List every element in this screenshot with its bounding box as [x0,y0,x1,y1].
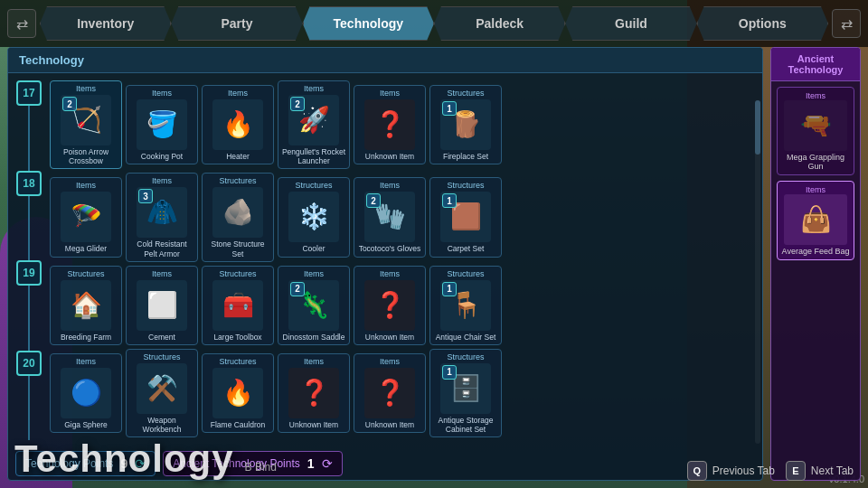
item-name: Stone Structure Set [205,239,270,258]
item-type-label: Structures [447,269,484,278]
level-line-18-19 [28,196,30,261]
tech-item-cooler[interactable]: Structures ❄️ Cooler [278,177,350,257]
item-image: 1 🪵 [440,99,491,150]
item-icon: 🔥 [222,380,254,406]
tech-item-flame-cauldron[interactable]: Structures 🔥 Flame Cauldron [202,353,274,433]
ancient-item-average-feed-bag[interactable]: Items 👜 Average Feed Bag [777,181,854,260]
tech-item-unknown-20b[interactable]: Items ❓ Unknown Item [354,353,426,433]
item-name: Tocotoco's Gloves [359,244,421,253]
item-image: 1 🟫 [440,192,491,242]
tech-points-box: Technology Points 9 ⟳ [15,451,156,476]
tech-item-dinosstom-saddle[interactable]: Items 2 🦎 Dinosstom Saddle [278,266,350,345]
tech-item-cold-armor[interactable]: Items 3 🧥 Cold Resistant Pelt Armor [126,173,198,261]
item-type-label: Structures [447,352,484,361]
tech-item-giga-sphere[interactable]: Items 🔵 Giga Sphere [50,353,122,433]
item-type-label: Items [76,357,96,366]
tech-item-heater[interactable]: Items 🔥 Heater [202,85,274,164]
next-tab-button[interactable]: E Next Tab [786,461,854,481]
level-node-18: 18 [16,171,42,196]
scrollbar-track[interactable] [755,100,760,444]
ancient-item-icon: 🔫 [800,113,832,138]
tech-item-carpet-set[interactable]: Structures 1 🟫 Carpet Set [429,177,502,257]
level-timeline: 17 18 19 20 [15,80,42,440]
item-type-label: Items [228,89,248,98]
tab-options[interactable]: Options [697,6,828,41]
scrollbar-thumb[interactable] [755,100,760,155]
item-badge: 3 [138,189,153,203]
item-icon: ⬜ [146,293,178,318]
item-image: 🪂 [61,192,111,242]
item-name: Cold Resistant Pelt Armor [129,239,194,258]
tech-item-antique-storage[interactable]: Structures 1 🗄️ Antique Storage Cabinet … [429,349,502,437]
tech-item-unknown-20a[interactable]: Items ❓ Unknown Item [278,353,350,433]
item-image: ❓ [364,280,415,331]
tech-item-unknown-17[interactable]: Items ❓ Unknown Item [354,85,426,164]
item-type-label: Items [304,84,324,93]
item-icon: ❓ [374,293,406,318]
item-image: ❓ [364,99,415,150]
main-content: Technology 17 18 19 20 [0,47,868,488]
item-name: Pengullet's Rocket Launcher [281,147,346,165]
tech-item-antique-chair[interactable]: Structures 1 🪑 Antique Chair Set [429,266,502,345]
tech-row-18: Items 🪂 Mega Glider Items 3 🧥 [50,173,755,261]
level-node-17: 17 [16,80,42,106]
next-tab-label: Next Tab [811,465,854,477]
item-image: ❓ [364,368,415,418]
prev-tab-label: Previous Tab [712,465,775,477]
prev-tab-key: Q [687,461,707,481]
tab-guild[interactable]: Guild [565,6,696,41]
tech-item-mega-glider[interactable]: Items 🪂 Mega Glider [50,177,122,257]
item-icon: ❓ [374,112,406,137]
ancient-item-image: 🔫 [784,100,847,151]
item-type-label: Items [76,181,96,190]
item-name: Flame Cauldron [211,420,265,429]
tech-item-cement[interactable]: Items ⬜ Cement [126,266,198,345]
tab-inventory[interactable]: Inventory [40,6,171,41]
item-name: Large Toolbox [213,333,261,342]
item-type-label: Items [380,89,400,98]
item-type-label: Structures [219,176,256,185]
tech-item-breeding-farm[interactable]: Structures 🏠 Breeding Farm [50,266,122,345]
item-type-label: Structures [143,352,180,361]
item-icon: 🏠 [71,293,102,318]
item-type-label: Items [380,181,400,190]
nav-tabs: Inventory Party Technology Paldeck Guild… [40,6,828,41]
tech-item-stone-structure[interactable]: Structures 🪨 Stone Structure Set [202,173,274,261]
tech-item-poison-arrow-crossbow[interactable]: Items 2 🏹 Poison Arrow Crossbow [50,80,122,169]
tech-item-unknown-19[interactable]: Items ❓ Unknown Item [354,266,426,345]
item-image: 1 🪑 [440,280,491,331]
item-badge: 2 [366,193,381,208]
item-image: 🪣 [137,99,187,150]
ancient-points-label: Ancient Technology Points [173,457,300,470]
item-type-label: Structures [219,269,256,278]
tab-paldeck[interactable]: Paldeck [434,6,565,41]
tech-item-weapon-workbench[interactable]: Structures ⚒️ Weapon Workbench [126,349,198,437]
item-name: Giga Sphere [64,420,108,429]
item-image: 3 🧥 [137,187,187,238]
tech-item-fireplace-set[interactable]: Structures 1 🪵 Fireplace Set [429,85,502,164]
item-image: 🔥 [212,368,263,418]
item-type-label: Structures [447,89,484,98]
tech-item-rocket-launcher[interactable]: Items 2 🚀 Pengullet's Rocket Launcher [278,80,350,169]
item-icon: 🪂 [71,204,102,230]
tech-item-large-toolbox[interactable]: Structures 🧰 Large Toolbox [202,266,274,345]
tab-technology[interactable]: Technology [303,6,434,41]
tech-item-cooking-pot[interactable]: Items 🪣 Cooking Pot [126,85,198,164]
ancient-points-box: Ancient Technology Points 1 ⟳ [163,451,342,476]
item-icon: 🪨 [222,200,254,225]
item-image: 🪨 [212,187,263,238]
level-node-20: 20 [16,351,42,376]
item-image: 2 🚀 [288,95,339,145]
ancient-item-mega-grappling-gun[interactable]: Items 🔫 Mega Grappling Gun [777,87,854,175]
item-type-label: Items [76,84,96,93]
tab-party[interactable]: Party [171,6,302,41]
tech-item-tocotoco-gloves[interactable]: Items 2 🧤 Tocotoco's Gloves [354,177,426,257]
nav-right-arrow[interactable]: ⇄ [832,9,861,38]
item-name: Fireplace Set [443,152,488,161]
ui-container: ⇄ Inventory Party Technology Paldeck Gui… [0,0,868,488]
ancient-item-type: Items [806,91,826,100]
nav-left-arrow[interactable]: ⇄ [7,9,36,38]
prev-tab-button[interactable]: Q Previous Tab [687,461,775,481]
item-icon: ❄️ [298,204,330,230]
tech-row-17: Items 2 🏹 Poison Arrow Crossbow Items 🪣 [50,80,755,169]
